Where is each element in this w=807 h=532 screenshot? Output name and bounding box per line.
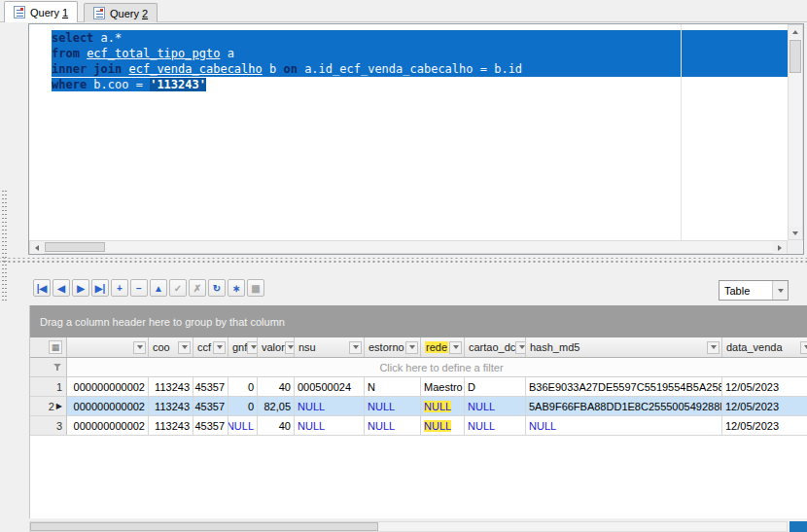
column-header-col0[interactable] <box>67 337 149 357</box>
nav-post-button[interactable]: ✓ <box>169 279 187 297</box>
column-filter-dropdown-icon[interactable] <box>405 341 418 354</box>
column-filter-dropdown-icon[interactable] <box>349 341 362 354</box>
table-cell[interactable]: 113243 <box>149 377 193 396</box>
column-header-cartao_dc[interactable]: cartao_dc <box>465 337 526 357</box>
table-cell[interactable]: Maestro <box>421 377 465 396</box>
column-filter-dropdown-icon[interactable] <box>449 341 462 354</box>
table-cell[interactable]: 113243 <box>149 397 193 415</box>
column-header-gnf[interactable]: gnf <box>228 337 258 357</box>
scroll-left-icon[interactable] <box>30 241 44 254</box>
nav-first-button[interactable]: |◀ <box>33 279 51 297</box>
table-row[interactable]: 300000000000211324345357NULL40NULLNULLNU… <box>30 416 807 436</box>
table-row[interactable]: 100000000000211324345357040000500024NMae… <box>30 377 807 397</box>
grid-filter-row[interactable]: Click here to define a filter <box>30 358 807 377</box>
column-header-hash_md5[interactable]: hash_md5 <box>526 337 722 357</box>
grid-hscroll-thumb[interactable] <box>30 522 378 531</box>
table-cell[interactable]: 000000000002 <box>67 397 149 415</box>
column-filter-dropdown-icon[interactable] <box>247 341 258 354</box>
table-cell[interactable]: NULL <box>365 397 421 415</box>
table-cell[interactable]: 45357 <box>193 416 228 435</box>
horizontal-splitter[interactable] <box>0 258 807 265</box>
tab-query-2[interactable]: Query 2 <box>84 3 158 22</box>
row-indicator[interactable]: 1 <box>30 377 67 396</box>
column-filter-dropdown-icon[interactable] <box>707 341 719 354</box>
table-cell[interactable]: 0 <box>228 397 258 415</box>
table-cell[interactable]: NULL <box>421 397 465 415</box>
tab-query-1[interactable]: Query 1 <box>4 1 78 22</box>
table-cell[interactable]: B36E9033A27DE5597C5519554B5A258F <box>526 377 722 396</box>
editor-vscroll-thumb[interactable] <box>789 40 801 73</box>
table-cell[interactable]: NULL <box>295 397 365 415</box>
editor-vertical-scrollbar[interactable] <box>788 24 803 240</box>
grid-horizontal-scrollbar[interactable] <box>29 521 788 532</box>
editor-horizontal-scrollbar[interactable] <box>29 240 788 254</box>
filter-indicator-cell[interactable] <box>30 358 67 376</box>
sql-editor-text[interactable]: select a.*from ecf_total_tipo_pgto ainne… <box>29 24 788 240</box>
column-header-coo[interactable]: coo <box>149 337 193 357</box>
combo-dropdown-icon[interactable] <box>772 281 788 300</box>
scroll-up-icon[interactable] <box>789 25 802 38</box>
table-cell[interactable]: NULL <box>421 416 465 435</box>
row-indicator[interactable]: 2▶ <box>30 397 67 415</box>
column-filter-dropdown-icon[interactable] <box>213 341 226 354</box>
nav-prior-button[interactable]: ◀ <box>53 279 70 297</box>
table-cell[interactable]: 000000000002 <box>67 416 149 435</box>
table-cell[interactable]: NULL <box>465 397 526 415</box>
column-header-valor[interactable]: valor <box>258 337 295 357</box>
column-filter-dropdown-icon[interactable] <box>515 341 526 354</box>
nav-next-button[interactable]: ▶ <box>72 279 89 297</box>
table-row[interactable]: 2▶00000000000211324345357082,05NULLNULLN… <box>30 397 807 416</box>
scroll-right-icon[interactable] <box>773 241 787 254</box>
column-header-rede[interactable]: rede <box>421 337 465 357</box>
column-header-estorno[interactable]: estorno <box>365 337 421 357</box>
result-view-combobox[interactable]: Table <box>719 280 789 301</box>
table-cell[interactable]: 12/05/2023 <box>722 397 807 415</box>
table-cell[interactable]: 40 <box>258 377 295 396</box>
table-cell[interactable]: NULL <box>365 416 421 435</box>
nav-delete-button[interactable]: − <box>130 279 148 297</box>
dock-splitter-handle[interactable] <box>2 191 4 303</box>
nav-last-button[interactable]: ▶| <box>91 279 109 297</box>
table-cell[interactable]: NULL <box>465 416 526 435</box>
table-cell[interactable]: 113243 <box>149 416 193 435</box>
column-header-nsu[interactable]: nsu <box>295 337 365 357</box>
editor-hscroll-thumb[interactable] <box>45 242 105 252</box>
nav-search-button[interactable]: ▦ <box>247 279 264 297</box>
table-cell[interactable]: 45357 <box>193 377 228 396</box>
table-cell[interactable]: NULL <box>295 416 365 435</box>
table-cell[interactable]: 000500024 <box>295 377 365 396</box>
cell-value: NULL <box>424 420 451 432</box>
table-cell[interactable]: 000000000002 <box>67 377 149 396</box>
dock-splitter-handle[interactable] <box>5 191 7 303</box>
table-cell[interactable]: N <box>365 377 421 396</box>
table-cell[interactable]: 82,05 <box>258 397 295 415</box>
nav-edit-button[interactable]: ▲ <box>150 279 167 297</box>
filter-funnel-icon[interactable] <box>53 363 62 372</box>
nav-filter-button[interactable]: ∗ <box>228 279 245 297</box>
group-by-panel[interactable]: Drag a column header here to group by th… <box>30 305 807 337</box>
nav-insert-button[interactable]: + <box>111 279 128 297</box>
table-cell[interactable]: 12/05/2023 <box>722 377 807 396</box>
column-filter-dropdown-icon[interactable] <box>178 341 191 354</box>
table-cell[interactable]: 0 <box>228 377 258 396</box>
table-cell[interactable]: 5AB9F66FBA88DD1E8C255500549288F4 <box>526 397 722 415</box>
table-cell[interactable]: 12/05/2023 <box>722 416 807 435</box>
table-cell[interactable]: NULL <box>526 416 722 435</box>
grid-customize-icon[interactable]: ▦ <box>49 340 62 354</box>
table-cell[interactable]: NULL <box>228 416 258 435</box>
nav-cancel-button[interactable]: ✗ <box>189 279 206 297</box>
filter-hint-cell[interactable]: Click here to define a filter <box>67 358 807 376</box>
sql-token: inner join <box>52 62 122 76</box>
table-cell[interactable]: D <box>465 377 526 396</box>
row-indicator[interactable]: 3 <box>30 416 67 435</box>
table-cell[interactable]: 40 <box>258 416 295 435</box>
scroll-down-icon[interactable] <box>789 227 802 239</box>
nav-refresh-button[interactable]: ↻ <box>208 279 226 297</box>
column-header-data_venda[interactable]: data_venda <box>722 337 807 357</box>
column-header-ccf[interactable]: ccf <box>193 337 228 357</box>
column-filter-dropdown-icon[interactable] <box>285 341 295 354</box>
grid-corner-cell[interactable]: ▦ <box>30 337 67 357</box>
table-cell[interactable]: 45357 <box>193 397 228 415</box>
column-filter-dropdown-icon[interactable] <box>133 341 146 354</box>
column-filter-dropdown-icon[interactable] <box>800 341 807 354</box>
